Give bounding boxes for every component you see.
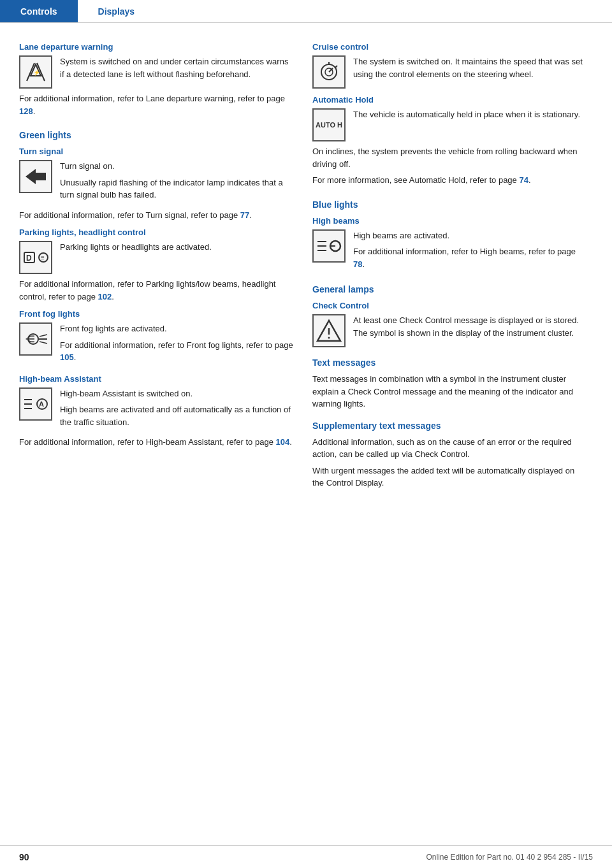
tab-controls[interactable]: Controls [0, 0, 78, 22]
automatic-hold-text: The vehicle is automatically held in pla… [353, 108, 580, 141]
lane-departure-heading: Lane departure warning [19, 42, 293, 52]
cruise-control-heading: Cruise control [312, 42, 586, 52]
parking-lights-heading: Parking lights, headlight control [19, 228, 293, 237]
front-fog-heading: Front fog lights [19, 309, 293, 319]
lane-departure-ref: For additional information, refer to Lan… [19, 92, 293, 117]
supplementary-body2: With urgent messages the added text will… [312, 465, 586, 489]
highbeam-assistant-text: High-beam Assistant is switched on. High… [60, 387, 293, 433]
green-lights-heading: Green lights [19, 130, 293, 140]
high-beams-icon [312, 229, 346, 263]
turn-signal-icon [19, 160, 52, 193]
supplementary-body1: Additional information, such as on the c… [312, 436, 586, 461]
parking-lights-link: 102 [98, 292, 112, 301]
lane-departure-link: 128 [19, 106, 33, 116]
highbeam-assistant-row: A High-beam Assistant is switched on. Hi… [19, 387, 293, 433]
svg-marker-5 [26, 169, 46, 184]
check-control-row: At least one Check Control message is di… [312, 314, 586, 347]
svg-text:≡: ≡ [41, 254, 45, 261]
text-messages-body: Text messages in combination with a symb… [312, 373, 586, 410]
cruise-control-section: Cruise control The system is switched on… [312, 42, 586, 89]
page-footer: 90 Online Edition for Part no. 01 40 2 9… [0, 845, 612, 868]
supplementary-heading: Supplementary text messages [312, 421, 586, 431]
supplementary-section: Supplementary text messages Additional i… [312, 421, 586, 489]
turn-signal-text: Turn signal on. Unusually rapid flashing… [60, 160, 293, 205]
svg-line-23 [335, 66, 337, 68]
text-messages-section: Text messages Text messages in combinati… [312, 358, 586, 410]
text-messages-heading: Text messages [312, 358, 586, 368]
check-control-icon [312, 314, 346, 347]
automatic-hold-section: Automatic Hold AUTO H The vehicle is aut… [312, 95, 586, 187]
lane-departure-row: ⚡ System is switched on and under certai… [19, 55, 293, 89]
automatic-hold-icon: AUTO H [312, 108, 346, 141]
automatic-hold-link: 74 [519, 175, 528, 185]
parking-lights-text: Parking lights or headlights are activat… [60, 241, 212, 274]
parking-lights-section: Parking lights, headlight control D ≡ Pa… [19, 228, 293, 303]
highbeam-assistant-link: 104 [275, 437, 289, 447]
blue-lights-heading: Blue lights [312, 199, 586, 210]
check-control-text: At least one Check Control message is di… [353, 314, 586, 344]
svg-point-31 [328, 337, 330, 339]
front-fog-section: Front fog lights ⋲ Front fog lights are … [19, 309, 293, 368]
cruise-control-row: The system is switched on. It maintains … [312, 55, 586, 89]
turn-signal-section: Turn signal Turn signal on. Unusually ra… [19, 147, 293, 221]
svg-text:D: D [26, 254, 32, 263]
high-beams-heading: High beams [312, 216, 586, 226]
high-beams-section: High beams High beams are activated. For… [312, 216, 586, 275]
turn-signal-heading: Turn signal [19, 147, 293, 156]
lane-departure-icon: ⚡ [19, 55, 52, 89]
page-number: 90 [19, 852, 29, 862]
automatic-hold-ref: For more information, see Automatic Hold… [312, 174, 586, 187]
automatic-hold-row: AUTO H The vehicle is automatically held… [312, 108, 586, 141]
turn-signal-ref: For additional information, refer to Tur… [19, 209, 293, 222]
highbeam-assistant-icon: A [19, 387, 52, 421]
main-content: Lane departure warning ⚡ System is switc… [0, 23, 612, 506]
footer-copyright: Online Edition for Part no. 01 40 2 954 … [426, 853, 593, 862]
front-fog-icon: ⋲ [19, 322, 52, 356]
front-fog-row: ⋲ Front fog lights are activated. For ad… [19, 322, 293, 368]
parking-lights-row: D ≡ Parking lights or headlights are act… [19, 241, 293, 274]
svg-text:⚡: ⚡ [33, 69, 41, 76]
parking-lights-ref: For additional information, refer to Par… [19, 278, 293, 303]
lane-departure-text: System is switched on and under certain … [60, 55, 293, 89]
svg-line-12 [40, 335, 47, 336]
highbeam-assistant-section: High-beam Assistant A High-beam Assistan… [19, 374, 293, 449]
svg-text:A: A [39, 400, 44, 408]
high-beams-link: 78 [353, 259, 362, 269]
front-fog-text: Front fog lights are activated. For addi… [60, 322, 293, 368]
right-column: Cruise control The system is switched on… [312, 36, 586, 493]
general-lamps-heading: General lamps [312, 284, 586, 294]
top-navigation: Controls Displays [0, 0, 612, 23]
highbeam-assistant-heading: High-beam Assistant [19, 374, 293, 384]
highbeam-assistant-ref: For additional information, refer to Hig… [19, 436, 293, 449]
cruise-control-text: The system is switched on. It maintains … [353, 55, 586, 85]
cruise-control-icon [312, 55, 346, 89]
parking-lights-icon: D ≡ [19, 241, 52, 274]
check-control-section: Check Control At least one Check Control… [312, 301, 586, 347]
left-column: Lane departure warning ⚡ System is switc… [19, 36, 293, 493]
automatic-hold-heading: Automatic Hold [312, 95, 586, 105]
check-control-heading: Check Control [312, 301, 586, 310]
turn-signal-link: 77 [240, 210, 249, 220]
svg-line-13 [40, 342, 47, 344]
high-beams-row: High beams are activated. For additional… [312, 229, 586, 275]
tab-displays[interactable]: Displays [78, 0, 156, 22]
lane-departure-section: Lane departure warning ⚡ System is switc… [19, 42, 293, 117]
svg-text:⋲: ⋲ [26, 334, 34, 344]
turn-signal-row: Turn signal on. Unusually rapid flashing… [19, 160, 293, 205]
front-fog-link: 105 [60, 352, 74, 362]
high-beams-text: High beams are activated. For additional… [353, 229, 586, 275]
automatic-hold-body2: On inclines, the system prevents the veh… [312, 145, 586, 170]
